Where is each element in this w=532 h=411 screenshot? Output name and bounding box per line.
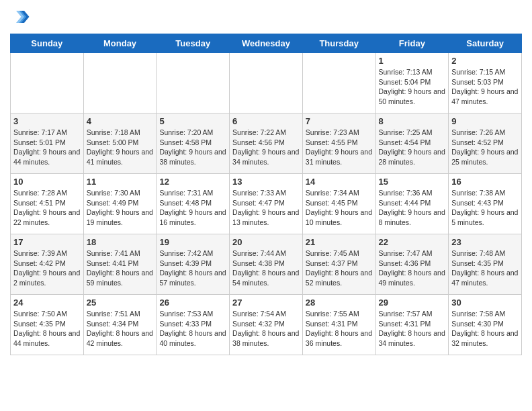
day-cell: 12Sunrise: 7:31 AM Sunset: 4:48 PM Dayli… [157,174,230,234]
day-cell: 5Sunrise: 7:20 AM Sunset: 4:58 PM Daylig… [157,113,230,174]
week-row-4: 17Sunrise: 7:39 AM Sunset: 4:42 PM Dayli… [11,234,522,295]
day-number: 7 [306,116,373,126]
day-info: Sunrise: 7:42 AM Sunset: 4:39 PM Dayligh… [159,248,226,288]
day-number: 8 [379,116,446,126]
day-cell: 10Sunrise: 7:28 AM Sunset: 4:51 PM Dayli… [11,174,84,234]
day-info: Sunrise: 7:15 AM Sunset: 5:03 PM Dayligh… [451,67,519,107]
day-cell: 26Sunrise: 7:53 AM Sunset: 4:33 PM Dayli… [157,295,230,355]
day-info: Sunrise: 7:30 AM Sunset: 4:49 PM Dayligh… [87,188,154,228]
day-number: 23 [451,237,519,247]
day-info: Sunrise: 7:47 AM Sunset: 4:36 PM Dayligh… [379,248,446,288]
day-info: Sunrise: 7:57 AM Sunset: 4:31 PM Dayligh… [379,309,446,349]
day-cell: 16Sunrise: 7:38 AM Sunset: 4:43 PM Dayli… [449,174,522,234]
day-cell: 20Sunrise: 7:44 AM Sunset: 4:38 PM Dayli… [230,234,303,295]
day-number: 10 [13,177,81,187]
day-cell: 30Sunrise: 7:58 AM Sunset: 4:30 PM Dayli… [449,295,522,355]
col-header-tuesday: Tuesday [157,34,230,53]
col-header-monday: Monday [83,34,157,53]
week-row-3: 10Sunrise: 7:28 AM Sunset: 4:51 PM Dayli… [11,174,522,234]
header-row: SundayMondayTuesdayWednesdayThursdayFrid… [11,34,522,53]
day-number: 3 [13,116,81,126]
day-cell: 21Sunrise: 7:45 AM Sunset: 4:37 PM Dayli… [302,234,375,295]
day-info: Sunrise: 7:50 AM Sunset: 4:35 PM Dayligh… [13,309,81,349]
day-info: Sunrise: 7:13 AM Sunset: 5:04 PM Dayligh… [379,67,446,107]
day-number: 22 [379,237,446,247]
day-info: Sunrise: 7:23 AM Sunset: 4:55 PM Dayligh… [306,128,373,167]
day-cell: 8Sunrise: 7:25 AM Sunset: 4:54 PM Daylig… [375,113,449,174]
week-row-1: 1Sunrise: 7:13 AM Sunset: 5:04 PM Daylig… [11,53,522,113]
day-cell: 1Sunrise: 7:13 AM Sunset: 5:04 PM Daylig… [375,53,449,113]
day-number: 16 [451,177,519,187]
day-info: Sunrise: 7:58 AM Sunset: 4:30 PM Dayligh… [451,309,519,349]
col-header-wednesday: Wednesday [230,34,303,53]
day-cell: 2Sunrise: 7:15 AM Sunset: 5:03 PM Daylig… [449,53,522,113]
day-cell [157,53,230,113]
day-info: Sunrise: 7:36 AM Sunset: 4:44 PM Dayligh… [379,188,446,228]
day-cell: 18Sunrise: 7:41 AM Sunset: 4:41 PM Dayli… [83,234,157,295]
logo-icon [10,7,30,27]
week-row-5: 24Sunrise: 7:50 AM Sunset: 4:35 PM Dayli… [11,295,522,355]
week-row-2: 3Sunrise: 7:17 AM Sunset: 5:01 PM Daylig… [11,113,522,174]
day-cell: 19Sunrise: 7:42 AM Sunset: 4:39 PM Dayli… [157,234,230,295]
day-number: 18 [87,237,154,247]
day-number: 20 [232,237,300,247]
day-number: 9 [451,116,519,126]
day-number: 27 [232,298,300,308]
day-cell [11,53,84,113]
day-cell: 13Sunrise: 7:33 AM Sunset: 4:47 PM Dayli… [230,174,303,234]
day-info: Sunrise: 7:41 AM Sunset: 4:41 PM Dayligh… [87,248,154,288]
calendar-table: SundayMondayTuesdayWednesdayThursdayFrid… [10,34,522,355]
day-cell: 27Sunrise: 7:54 AM Sunset: 4:32 PM Dayli… [230,295,303,355]
day-number: 26 [159,298,226,308]
day-info: Sunrise: 7:26 AM Sunset: 4:52 PM Dayligh… [451,128,519,167]
day-number: 30 [451,298,519,308]
day-number: 6 [232,116,300,126]
day-info: Sunrise: 7:38 AM Sunset: 4:43 PM Dayligh… [451,188,519,228]
day-info: Sunrise: 7:45 AM Sunset: 4:37 PM Dayligh… [306,248,373,288]
day-info: Sunrise: 7:33 AM Sunset: 4:47 PM Dayligh… [232,188,300,228]
day-info: Sunrise: 7:55 AM Sunset: 4:31 PM Dayligh… [306,309,373,349]
day-cell: 7Sunrise: 7:23 AM Sunset: 4:55 PM Daylig… [302,113,375,174]
day-cell [302,53,375,113]
day-number: 24 [13,298,81,308]
day-info: Sunrise: 7:54 AM Sunset: 4:32 PM Dayligh… [232,309,300,349]
logo [10,7,33,27]
day-info: Sunrise: 7:53 AM Sunset: 4:33 PM Dayligh… [159,309,226,349]
col-header-saturday: Saturday [449,34,522,53]
day-info: Sunrise: 7:44 AM Sunset: 4:38 PM Dayligh… [232,248,300,288]
header [10,7,522,27]
day-number: 2 [451,56,519,66]
day-cell: 17Sunrise: 7:39 AM Sunset: 4:42 PM Dayli… [11,234,84,295]
day-cell: 15Sunrise: 7:36 AM Sunset: 4:44 PM Dayli… [375,174,449,234]
day-info: Sunrise: 7:51 AM Sunset: 4:34 PM Dayligh… [87,309,154,349]
col-header-sunday: Sunday [11,34,84,53]
day-cell [230,53,303,113]
day-number: 15 [379,177,446,187]
day-cell: 25Sunrise: 7:51 AM Sunset: 4:34 PM Dayli… [83,295,157,355]
day-info: Sunrise: 7:34 AM Sunset: 4:45 PM Dayligh… [306,188,373,228]
day-info: Sunrise: 7:31 AM Sunset: 4:48 PM Dayligh… [159,188,226,228]
day-number: 12 [159,177,226,187]
day-cell: 11Sunrise: 7:30 AM Sunset: 4:49 PM Dayli… [83,174,157,234]
day-cell: 29Sunrise: 7:57 AM Sunset: 4:31 PM Dayli… [375,295,449,355]
day-info: Sunrise: 7:28 AM Sunset: 4:51 PM Dayligh… [13,188,81,228]
day-number: 5 [159,116,226,126]
day-cell: 9Sunrise: 7:26 AM Sunset: 4:52 PM Daylig… [449,113,522,174]
col-header-thursday: Thursday [302,34,375,53]
day-info: Sunrise: 7:22 AM Sunset: 4:56 PM Dayligh… [232,128,300,167]
day-number: 29 [379,298,446,308]
calendar-container: SundayMondayTuesdayWednesdayThursdayFrid… [0,0,532,362]
day-cell [83,53,157,113]
day-number: 13 [232,177,300,187]
day-cell: 6Sunrise: 7:22 AM Sunset: 4:56 PM Daylig… [230,113,303,174]
day-cell: 24Sunrise: 7:50 AM Sunset: 4:35 PM Dayli… [11,295,84,355]
day-number: 1 [379,56,446,66]
day-number: 4 [87,116,154,126]
day-number: 19 [159,237,226,247]
day-number: 28 [306,298,373,308]
day-info: Sunrise: 7:18 AM Sunset: 5:00 PM Dayligh… [87,128,154,167]
day-number: 21 [306,237,373,247]
day-number: 25 [87,298,154,308]
day-cell: 22Sunrise: 7:47 AM Sunset: 4:36 PM Dayli… [375,234,449,295]
day-cell: 3Sunrise: 7:17 AM Sunset: 5:01 PM Daylig… [11,113,84,174]
